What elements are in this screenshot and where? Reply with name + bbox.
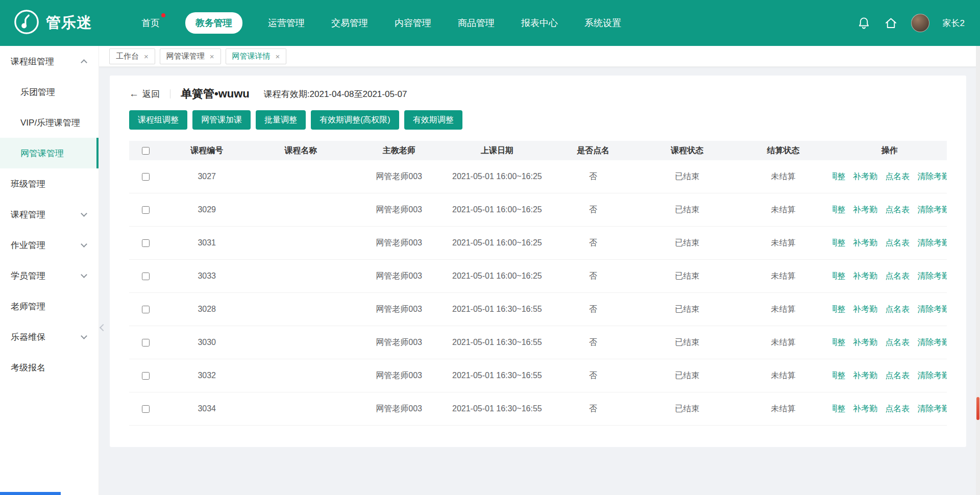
sidebar-group-student-management[interactable]: 学员管理 [0,260,99,291]
course-validity: 课程有效期:2021-04-08至2021-05-07 [264,88,407,100]
sidebar-group-instrument-maintenance[interactable]: 乐器维保 [0,321,99,352]
action-clear-attendance-link[interactable]: 清除考勤 [917,304,947,315]
nav-item-label: 交易管理 [331,18,368,28]
row-checkbox[interactable] [142,239,150,247]
nav-item-academic-management[interactable]: 教务管理 [185,12,242,34]
action-makeup-attendance-link[interactable]: 补考勤 [853,271,877,282]
action-clear-attendance-link[interactable]: 清除考勤 [917,205,947,215]
sidebar-group-homework-management[interactable]: 作业管理 [0,230,99,260]
action-rollcall-sheet-link[interactable]: 点名表 [885,304,910,315]
validity-adjust-button[interactable]: 有效期调整 [404,110,462,130]
logo[interactable]: 管乐迷 [13,9,92,37]
select-all-checkbox[interactable] [142,147,150,155]
settlement-cell: 未结算 [734,271,832,282]
action-clear-attendance-link[interactable]: 清除考勤 [917,337,947,348]
status-cell: 已结束 [640,337,734,348]
table-row: 3030 网管老师003 2021-05-01 16:30~16:55 否 已结… [129,326,947,359]
batch-adjust-button[interactable]: 批量调整 [256,110,306,130]
action-rollcall-sheet-link[interactable]: 点名表 [885,171,910,182]
nav-item-report-center[interactable]: 报表中心 [520,12,559,34]
chevron-down-icon [81,210,87,217]
tab-workbench[interactable]: 工作台 × [109,48,155,64]
action-rollcall-sheet-link[interactable]: 点名表 [885,238,910,249]
action-rollcall-sheet-link[interactable]: 点名表 [885,205,910,215]
settlement-cell: 未结算 [734,171,832,182]
avatar[interactable] [911,14,929,32]
detail-card: ← 返回 单簧管•wuwu 课程有效期:2021-04-08至2021-05-0… [110,76,966,447]
sidebar-item-exam-registration[interactable]: 考级报名 [0,352,99,383]
current-user[interactable]: 家长2 [943,17,965,29]
action-makeup-attendance-link[interactable]: 补考勤 [853,171,877,182]
action-makeup-attendance-link[interactable]: 补考勤 [853,370,877,381]
action-clear-attendance-link[interactable]: 清除考勤 [917,404,947,414]
sidebar-item-vip-theory-course-management[interactable]: VIP/乐理课管理 [0,107,99,138]
back-button[interactable]: ← 返回 [129,88,160,100]
header-course-name: 课程名称 [252,145,350,156]
horizontal-scrollbar-thumb[interactable] [0,492,61,495]
row-checkbox[interactable] [142,339,150,346]
close-icon[interactable]: × [276,53,280,60]
add-net-course-button[interactable]: 网管课加课 [192,110,251,130]
sidebar-group-course-management[interactable]: 课程管理 [0,199,99,230]
action-rollcall-sheet-link[interactable]: 点名表 [885,337,910,348]
sidebar-item-label: 乐团管理 [20,86,55,98]
action-adjust-link[interactable]: 调整 [832,404,846,414]
notification-dot [161,13,165,17]
sidebar-group-course-group-management[interactable]: 课程组管理 [0,46,99,77]
nav-item-label: 运营管理 [268,18,305,28]
status-cell: 已结束 [640,404,734,414]
action-adjust-link[interactable]: 调整 [832,304,846,315]
action-rollcall-sheet-link[interactable]: 点名表 [885,370,910,381]
nav-item-operations-management[interactable]: 运营管理 [267,12,306,34]
nav-item-home[interactable]: 首页 [140,12,161,34]
action-makeup-attendance-link[interactable]: 补考勤 [853,205,877,215]
nav-item-label: 系统设置 [584,18,621,28]
status-cell: 已结束 [640,304,734,315]
action-makeup-attendance-link[interactable]: 补考勤 [853,238,877,249]
action-rollcall-sheet-link[interactable]: 点名表 [885,404,910,414]
action-clear-attendance-link[interactable]: 清除考勤 [917,271,947,282]
action-makeup-attendance-link[interactable]: 补考勤 [853,404,877,414]
row-checkbox[interactable] [142,273,150,280]
row-checkbox[interactable] [142,173,150,181]
sidebar-item-teacher-management[interactable]: 老师管理 [0,291,99,321]
nav-item-system-settings[interactable]: 系统设置 [583,12,622,34]
action-clear-attendance-link[interactable]: 清除考勤 [917,238,947,249]
action-adjust-link[interactable]: 调整 [832,205,846,215]
header-teacher: 主教老师 [350,145,448,156]
home-icon[interactable] [884,16,898,30]
sidebar-collapse-handle[interactable] [99,316,107,339]
nav-item-goods-management[interactable]: 商品管理 [457,12,496,34]
sidebar-item-class-management[interactable]: 班级管理 [0,168,99,199]
tab-label: 工作台 [116,52,139,61]
action-adjust-link[interactable]: 调整 [832,370,846,381]
action-makeup-attendance-link[interactable]: 补考勤 [853,337,877,348]
vertical-scrollbar[interactable] [976,46,980,495]
action-adjust-link[interactable]: 调整 [832,238,846,249]
row-checkbox[interactable] [142,306,150,313]
close-icon[interactable]: × [144,53,149,60]
action-adjust-link[interactable]: 调整 [832,337,846,348]
sidebar-item-net-course-management[interactable]: 网管课管理 [0,138,99,168]
row-checkbox[interactable] [142,405,150,413]
row-checkbox[interactable] [142,372,150,380]
action-adjust-link[interactable]: 调整 [832,171,846,182]
action-clear-attendance-link[interactable]: 清除考勤 [917,171,947,182]
action-clear-attendance-link[interactable]: 清除考勤 [917,370,947,381]
sidebar-item-orchestra-management[interactable]: 乐团管理 [0,77,99,107]
bell-icon[interactable] [857,16,871,30]
action-makeup-attendance-link[interactable]: 补考勤 [853,304,877,315]
close-icon[interactable]: × [210,53,214,60]
action-adjust-link[interactable]: 调整 [832,271,846,282]
tab-net-course-detail[interactable]: 网管课详情 × [226,48,287,64]
row-checkbox[interactable] [142,206,150,214]
nav-item-label: 报表中心 [521,18,558,28]
action-rollcall-sheet-link[interactable]: 点名表 [885,271,910,282]
rollcall-cell: 否 [546,238,640,249]
vertical-scrollbar-thumb[interactable] [976,397,979,420]
course-group-adjust-button[interactable]: 课程组调整 [129,110,187,130]
nav-item-content-management[interactable]: 内容管理 [394,12,432,34]
tab-net-course-management[interactable]: 网管课管理 × [160,48,221,64]
nav-item-trade-management[interactable]: 交易管理 [330,12,369,34]
validity-adjust-high-permission-button[interactable]: 有效期调整(高权限) [311,110,399,130]
